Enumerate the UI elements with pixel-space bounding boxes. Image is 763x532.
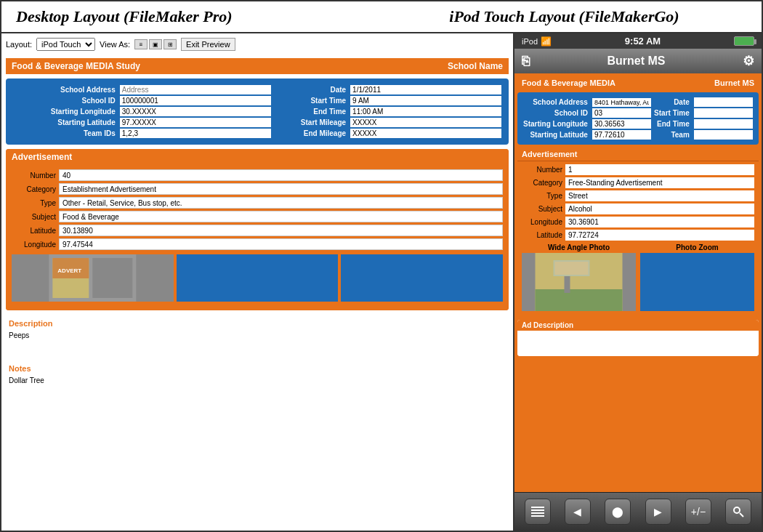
ipod-longitude-input[interactable] <box>565 217 754 227</box>
ipod-school-id-input[interactable] <box>592 108 651 118</box>
toolbar-search-btn[interactable] <box>725 499 751 525</box>
svg-rect-6 <box>536 289 623 311</box>
subject-row: Subject <box>12 211 503 222</box>
ipod-end-time-input[interactable] <box>694 119 753 129</box>
longitude-row: Longitude <box>12 238 503 250</box>
gear-icon[interactable]: ⚙ <box>743 53 754 69</box>
school-name-label: School Name <box>448 61 503 71</box>
address-input[interactable] <box>120 85 271 94</box>
ipod-start-long-input[interactable] <box>592 119 651 129</box>
svg-rect-9 <box>555 262 589 275</box>
category-row: Category <box>12 183 503 195</box>
table-row: Starting Longitude End Time <box>522 118 754 129</box>
ipod-start-lat-input[interactable] <box>592 130 651 140</box>
toolbar-list-btn[interactable] <box>525 499 551 525</box>
photo-box-2 <box>177 254 339 302</box>
view-table-btn[interactable]: ⊞ <box>164 39 177 49</box>
view-list-btn[interactable]: ≡ <box>134 39 148 49</box>
ipod-wide-angle-photo <box>522 253 636 311</box>
table-row: Starting Longitude End Time <box>12 106 503 117</box>
end-time-label: End Time <box>272 106 350 117</box>
ipod-ad-header: Advertisement <box>517 148 759 161</box>
ipod-ad-section: Advertisement Number Category Type <box>517 148 759 317</box>
category-label: Category <box>12 185 59 193</box>
ipod-wide-angle-label: Wide Angle Photo <box>548 243 610 251</box>
description-section: Description Peeps <box>6 318 509 355</box>
date-input[interactable] <box>350 85 501 94</box>
toolbar-play-btn[interactable]: ▶ <box>645 499 671 525</box>
ipod-start-time-label: Start Time <box>653 108 693 118</box>
category-input[interactable] <box>59 183 503 195</box>
ipod-date-label: Date <box>653 97 693 108</box>
toolbar-plus-minus-btn[interactable]: +/− <box>685 499 711 525</box>
ipod-category-label: Category <box>522 179 565 187</box>
type-input[interactable] <box>59 197 503 209</box>
school-id-label: School ID <box>12 95 118 106</box>
end-time-input[interactable] <box>350 107 501 116</box>
svg-line-15 <box>740 513 743 517</box>
number-input[interactable] <box>59 169 503 181</box>
ipod-latitude-input[interactable] <box>565 230 754 241</box>
ipod-school-id-label: School ID <box>522 108 591 118</box>
start-lat-input[interactable] <box>120 118 271 127</box>
ipod-date-input[interactable] <box>694 97 753 107</box>
ipod-number-input[interactable] <box>565 164 754 175</box>
longitude-label: Longitude <box>12 241 59 249</box>
photo-area: ADVERT <box>12 254 503 302</box>
ipod-subject-input[interactable] <box>565 203 754 214</box>
exit-preview-button[interactable]: Exit Preview <box>181 38 235 51</box>
notes-value: Dollar Tree <box>9 376 44 384</box>
ipod-orange-bar: Food & Beverage MEDIA Burnet MS <box>517 76 759 89</box>
number-row: Number <box>12 169 503 181</box>
view-buttons: ≡ ▣ ⊞ <box>134 39 177 49</box>
table-row: School Address Date <box>522 97 754 108</box>
ipod-type-input[interactable] <box>565 190 754 201</box>
start-time-input[interactable] <box>350 96 501 105</box>
ipod-photo-zoom-label: Photo Zoom <box>676 243 718 251</box>
latitude-input[interactable] <box>59 225 503 236</box>
status-time: 9:52 AM <box>625 36 661 47</box>
ipod-school-table: School Address Date School ID Start Time… <box>522 97 754 140</box>
toolbar-back-btn[interactable]: ◀ <box>565 499 591 525</box>
view-form-btn[interactable]: ▣ <box>149 39 162 49</box>
ipod-status-bar: iPod 📶 9:52 AM <box>514 33 762 49</box>
ipod-header-title: Burnet MS <box>607 55 666 68</box>
description-body: Peeps <box>6 329 509 355</box>
ipod-start-time-input[interactable] <box>694 108 753 118</box>
description-label: Description <box>6 318 509 329</box>
advertisement-section: Advertisement Number Category Type Subje… <box>6 149 509 310</box>
layout-select[interactable]: iPod Touch <box>36 38 95 51</box>
start-lat-label: Starting Latitude <box>12 117 118 128</box>
right-panel: iPod 📶 9:52 AM ⎘ Burnet MS ⚙ Food & Beve… <box>514 33 762 531</box>
start-mileage-input[interactable] <box>350 118 501 127</box>
start-long-label: Starting Longitude <box>12 106 118 117</box>
ipod-longitude-row: Longitude <box>522 217 754 227</box>
ipod-category-input[interactable] <box>565 177 754 188</box>
ipod-number-label: Number <box>522 166 565 174</box>
ipod-bottom-toolbar: ◀ ⬤ ▶ +/− <box>514 492 762 531</box>
subject-input[interactable] <box>59 211 503 222</box>
svg-rect-11 <box>531 509 544 511</box>
longitude-input[interactable] <box>59 238 503 250</box>
notes-label: Notes <box>6 363 509 374</box>
main-photo: ADVERT <box>12 254 174 302</box>
school-id-input[interactable] <box>120 96 271 105</box>
ipod-team-input[interactable] <box>694 130 753 140</box>
end-mileage-input[interactable] <box>350 129 501 138</box>
toolbar-record-btn[interactable]: ⬤ <box>605 499 631 525</box>
latitude-label: Latitude <box>12 227 59 235</box>
table-row: Starting Latitude Team <box>522 129 754 140</box>
ipod-end-time-label: End Time <box>653 118 693 129</box>
ipod-address-input[interactable] <box>592 98 651 107</box>
ipod-start-long-label: Starting Longitude <box>522 118 591 129</box>
ipod-ad-title: Advertisement <box>522 150 577 158</box>
ipod-wide-angle-col: Wide Angle Photo <box>522 243 636 311</box>
team-ids-input[interactable] <box>120 129 271 138</box>
back-icon[interactable]: ⎘ <box>522 54 530 69</box>
ipod-photo-area: Wide Angle Photo <box>522 243 754 311</box>
wifi-icon: 📶 <box>541 36 552 47</box>
start-long-input[interactable] <box>120 107 271 116</box>
ipod-team-label: Team <box>653 129 693 140</box>
subject-label: Subject <box>12 213 59 221</box>
table-row: School ID Start Time <box>12 95 503 106</box>
